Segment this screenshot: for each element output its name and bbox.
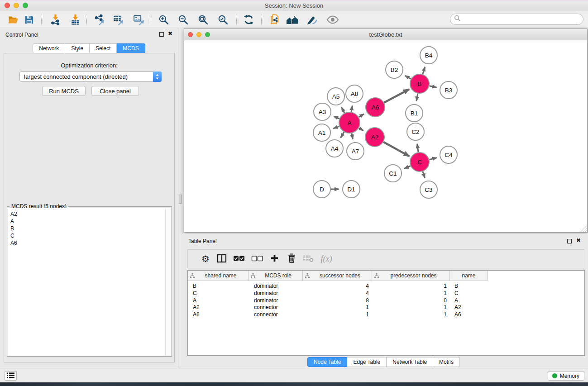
tab-network[interactable]: Network	[33, 43, 65, 53]
float-table-panel-icon[interactable]	[567, 239, 572, 243]
show-graphics-details-button[interactable]	[304, 13, 320, 27]
export-image-button[interactable]	[131, 13, 146, 27]
cell: 1	[303, 311, 372, 319]
zoom-selected-button[interactable]	[215, 13, 230, 27]
result-item-b[interactable]: B	[10, 225, 171, 232]
edge-A6-B[interactable]	[384, 89, 409, 103]
edge-A-A5[interactable]	[341, 107, 344, 113]
column-header-predecessor-nodes[interactable]: predecessor nodes	[372, 271, 450, 281]
zoom-in-button[interactable]	[156, 13, 171, 27]
column-header-shared-name[interactable]: shared name	[188, 271, 249, 281]
zoom-fit-icon	[197, 14, 209, 25]
deselect-all-columns-button[interactable]	[251, 253, 263, 265]
tab-motifs[interactable]: Motifs	[433, 357, 460, 367]
edge-A-A2[interactable]	[359, 128, 363, 131]
table-settings-button[interactable]: ⚙	[199, 253, 212, 265]
edge-B-B3[interactable]	[430, 86, 437, 88]
close-table-panel-icon[interactable]: ✖	[576, 237, 581, 243]
houses-icon	[286, 14, 299, 25]
result-item-a[interactable]: A	[10, 218, 171, 225]
select-all-columns-button[interactable]	[233, 253, 245, 265]
column-header-successor-nodes[interactable]: successor nodes	[303, 271, 372, 281]
optimization-criterion-select[interactable]: largest connected component (directed)	[19, 71, 162, 82]
export-table-button[interactable]	[110, 13, 126, 27]
tab-style[interactable]: Style	[65, 43, 90, 53]
mcds-panel: Optimization criterion: largest connecte…	[4, 53, 175, 362]
column-header-mcds-role[interactable]: MCDS role	[249, 271, 303, 281]
result-list-scrollbar[interactable]	[165, 208, 171, 356]
memory-button[interactable]: Memory	[548, 371, 584, 381]
toggle-visibility-button[interactable]	[325, 13, 340, 27]
delete-table-button[interactable]	[302, 253, 315, 265]
edge-C-C4[interactable]	[429, 158, 437, 160]
node-label-D: D	[320, 186, 324, 193]
tab-select[interactable]: Select	[90, 43, 117, 53]
import-network-button[interactable]	[48, 13, 63, 27]
network-canvas[interactable]: B4B2BB3A5A8A6A3B1AA1C2A2A4A7C4CC1DD1C3	[184, 40, 587, 232]
edge-B-B4[interactable]	[423, 67, 425, 74]
tab-edge-table[interactable]: Edge Table	[347, 357, 387, 367]
result-item-a2[interactable]: A2	[10, 210, 171, 218]
edge-C-C3[interactable]	[423, 172, 425, 178]
tab-mcds[interactable]: MCDS	[117, 43, 145, 53]
open-session-button[interactable]	[5, 13, 21, 27]
window-resize-grip-icon[interactable]	[580, 225, 587, 232]
zoom-selected-icon	[217, 14, 229, 25]
checked-boxes-icon	[233, 255, 245, 263]
delete-columns-button[interactable]	[285, 253, 298, 265]
edge-A-A6[interactable]	[359, 114, 364, 117]
tab-node-table[interactable]: Node Table	[307, 357, 348, 367]
show-columns-button[interactable]	[215, 253, 228, 265]
status-bar: Memory	[0, 368, 588, 382]
save-session-button[interactable]	[21, 13, 37, 27]
node-label-B2: B2	[391, 67, 398, 73]
float-panel-icon[interactable]	[159, 32, 164, 37]
node-label-A7: A7	[352, 148, 359, 155]
cell: connector	[249, 304, 303, 311]
clone-network-button[interactable]	[267, 13, 282, 27]
zoom-out-button[interactable]	[175, 13, 191, 27]
run-mcds-button[interactable]: Run MCDS	[42, 86, 86, 96]
export-network-button[interactable]	[91, 13, 107, 27]
edge-A-A3[interactable]	[334, 116, 339, 119]
table-panel-title: Table Panel	[188, 238, 217, 244]
edge-A-A7[interactable]	[352, 133, 353, 139]
control-panel-title: Control Panel	[5, 32, 38, 38]
show-task-history-button[interactable]	[5, 371, 17, 381]
edge-A-A1[interactable]	[333, 126, 339, 129]
table-row-a[interactable]: Adominator80A	[188, 297, 584, 305]
close-panel-icon[interactable]: ✖	[168, 30, 172, 37]
zoom-fit-button[interactable]	[195, 13, 210, 27]
node-label-A3: A3	[319, 109, 326, 115]
column-header-name[interactable]: name	[450, 271, 488, 281]
split-divider-handle[interactable]	[179, 195, 182, 204]
edge-B-B2[interactable]	[405, 76, 411, 79]
node-label-B3: B3	[445, 87, 453, 94]
search-input[interactable]	[463, 16, 583, 23]
edge-C-C2[interactable]	[417, 144, 419, 152]
edge-A-A8[interactable]	[351, 106, 352, 112]
import-table-button[interactable]	[67, 13, 83, 27]
result-item-c[interactable]: C	[10, 232, 171, 239]
result-item-a6[interactable]: A6	[10, 239, 171, 247]
import-network-icon	[50, 14, 61, 25]
tab-network-table[interactable]: Network Table	[387, 357, 433, 367]
create-column-button[interactable]	[268, 253, 281, 265]
edge-A-A4[interactable]	[341, 132, 344, 138]
memory-status-icon	[552, 373, 557, 378]
export-table-icon	[113, 14, 124, 25]
table-row-a6[interactable]: A6connector11A6	[188, 311, 584, 319]
show-all-networks-button[interactable]	[285, 13, 300, 27]
cell: 1	[372, 304, 450, 311]
edge-B-B1[interactable]	[416, 94, 418, 101]
search-box[interactable]	[450, 14, 583, 25]
table-row-a2[interactable]: A2connector11A2	[188, 304, 584, 311]
apply-layout-button[interactable]	[241, 13, 256, 27]
table-row-c[interactable]: Cdominator41C	[188, 290, 584, 297]
table-row-b[interactable]: Bdominator41B	[188, 283, 584, 290]
edge-C-C1[interactable]	[404, 166, 411, 169]
close-panel-button[interactable]: Close panel	[91, 86, 139, 96]
edge-A2-C[interactable]	[383, 142, 409, 157]
function-builder-button[interactable]: f(x)	[320, 253, 333, 265]
table-panel-tabs: Node TableEdge TableNetwork TableMotifs	[179, 357, 588, 367]
